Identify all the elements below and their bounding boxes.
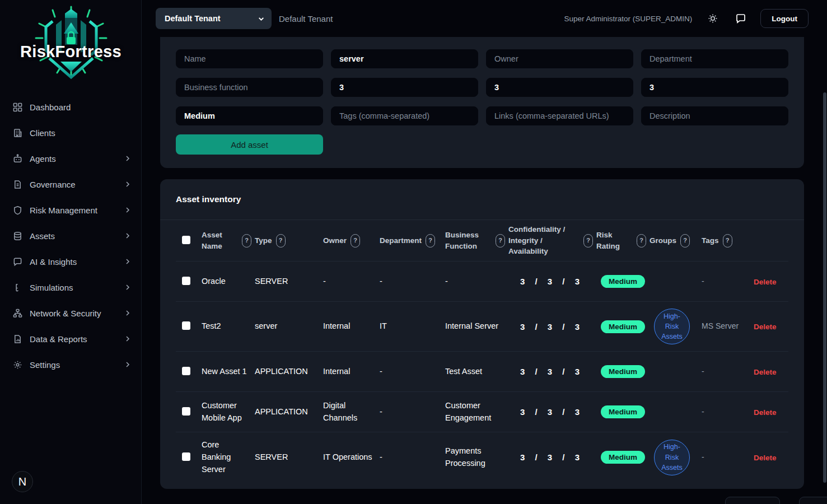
cell-owner: Digital Channels (323, 400, 380, 424)
theme-toggle-button[interactable] (704, 10, 721, 27)
cell-type: server (255, 320, 323, 333)
integrity-field[interactable] (486, 78, 633, 97)
topbar: Default Tenant Default Tenant Super Admi… (142, 0, 827, 37)
row-checkbox[interactable] (182, 367, 190, 375)
sidebar-item-assets[interactable]: Assets (0, 223, 141, 249)
col-type: Type (255, 235, 272, 246)
owner-field[interactable] (486, 49, 633, 68)
chat-bubble-icon (735, 13, 746, 24)
table-header-row: Asset Name? Type? Owner? Department? Bus… (176, 220, 788, 262)
sidebar-item-network-security[interactable]: Network & Security (0, 300, 141, 326)
sidebar-item-dashboard[interactable]: Dashboard (0, 94, 141, 120)
confidentiality-field[interactable] (331, 78, 478, 97)
sidebar-item-simulations[interactable]: Simulations (0, 274, 141, 300)
row-checkbox[interactable] (182, 452, 190, 461)
select-all-checkbox[interactable] (182, 236, 190, 244)
col-cia: Confidentiality / Integrity / Availabili… (508, 224, 580, 257)
sidebar-item-ai-insights[interactable]: AI & Insights (0, 249, 141, 274)
cell-cia: 3 / 3 / 3 (508, 407, 596, 417)
cell-department: - (380, 366, 445, 378)
cell-tags: - (702, 276, 747, 287)
sidebar-item-settings[interactable]: Settings (0, 352, 141, 377)
table-row: Test2 server Internal IT Internal Server… (176, 302, 788, 352)
cell-cia: 3 / 3 / 3 (508, 452, 596, 462)
risk-badge: Medium (601, 275, 645, 288)
col-department: Department (380, 235, 422, 246)
tags-field[interactable] (331, 106, 478, 125)
sidebar-item-label: Dashboard (30, 102, 71, 112)
availability-field[interactable] (641, 78, 788, 97)
name-field[interactable] (176, 49, 323, 68)
sidebar-item-governance[interactable]: Governance (0, 171, 141, 197)
help-icon[interactable]: ? (496, 234, 505, 248)
help-icon[interactable]: ? (276, 234, 286, 248)
sidebar-item-label: AI & Insights (30, 257, 77, 267)
sidebar: RiskFortress Dashboard Clients Agents (0, 0, 142, 504)
row-checkbox[interactable] (182, 407, 190, 416)
delete-button[interactable]: Delete (754, 454, 777, 462)
dashboard-icon (12, 102, 22, 112)
chevron-right-icon (124, 155, 131, 162)
help-icon[interactable]: ? (680, 234, 690, 248)
pagination-button[interactable] (799, 497, 827, 504)
cell-tags: - (702, 407, 747, 418)
risk-badge: Medium (601, 320, 645, 333)
chevron-right-icon (124, 335, 131, 342)
tenant-select-value: Default Tenant (165, 14, 258, 23)
business-function-field[interactable] (176, 78, 323, 97)
help-icon[interactable]: ? (426, 234, 435, 248)
tenant-label: Default Tenant (279, 14, 333, 24)
help-icon[interactable]: ? (583, 234, 593, 248)
row-checkbox[interactable] (182, 321, 190, 330)
tenant-select[interactable]: Default Tenant (156, 8, 272, 29)
add-asset-form-card: Add asset (160, 37, 804, 168)
help-icon[interactable]: ? (242, 234, 251, 248)
sidebar-item-agents[interactable]: Agents (0, 146, 141, 171)
add-asset-button[interactable]: Add asset (176, 134, 323, 155)
group-badge[interactable]: High-Risk Assets (654, 440, 690, 475)
row-checkbox[interactable] (182, 277, 190, 285)
table-row: Oracle SERVER - - - 3 / 3 / 3 Medium - D… (176, 262, 788, 302)
sidebar-item-label: Settings (30, 360, 60, 370)
report-icon (12, 334, 22, 344)
delete-button[interactable]: Delete (754, 368, 777, 376)
cell-cia: 3 / 3 / 3 (508, 367, 596, 376)
delete-button[interactable]: Delete (754, 278, 777, 286)
brand-name: RiskFortress (0, 43, 142, 61)
chat-button[interactable] (732, 10, 749, 27)
cell-tags: - (702, 366, 747, 377)
scrollbar-thumb[interactable] (823, 92, 826, 483)
sidebar-item-data-reports[interactable]: Data & Reports (0, 326, 141, 352)
asset-inventory-table: Asset Name? Type? Owner? Department? Bus… (160, 220, 804, 482)
chevron-right-icon (124, 284, 131, 291)
sidebar-item-risk-management[interactable]: Risk Management (0, 197, 141, 223)
group-badge[interactable]: High-Risk Assets (654, 309, 690, 344)
chevron-right-icon (124, 232, 131, 239)
help-icon[interactable]: ? (723, 234, 732, 248)
shield-icon (12, 205, 22, 215)
chevron-right-icon (124, 207, 131, 213)
links-field[interactable] (486, 106, 633, 125)
help-icon[interactable]: ? (637, 234, 646, 248)
department-field[interactable] (641, 49, 788, 68)
chevron-right-icon (124, 310, 131, 316)
sidebar-item-clients[interactable]: Clients (0, 120, 141, 146)
cell-type: SERVER (255, 451, 323, 464)
dev-badge[interactable]: N (12, 471, 33, 492)
cell-cia: 3 / 3 / 3 (508, 322, 596, 332)
logout-button[interactable]: Logout (760, 9, 809, 28)
delete-button[interactable]: Delete (754, 408, 777, 417)
user-role-text: Super Administrator (SUPER_ADMIN) (564, 15, 692, 23)
cell-type: APPLICATION (255, 366, 323, 378)
description-field[interactable] (641, 106, 788, 125)
delete-button[interactable]: Delete (754, 323, 777, 331)
sun-icon (708, 13, 718, 24)
type-field[interactable] (331, 49, 478, 68)
cell-business-function: Customer Engagement (445, 400, 508, 424)
pagination-button[interactable] (725, 497, 780, 504)
brand-logo: RiskFortress (0, 0, 142, 88)
risk-rating-field[interactable] (176, 106, 323, 125)
cell-type: SERVER (255, 276, 323, 288)
risk-badge: Medium (601, 451, 645, 464)
help-icon[interactable]: ? (351, 234, 360, 248)
